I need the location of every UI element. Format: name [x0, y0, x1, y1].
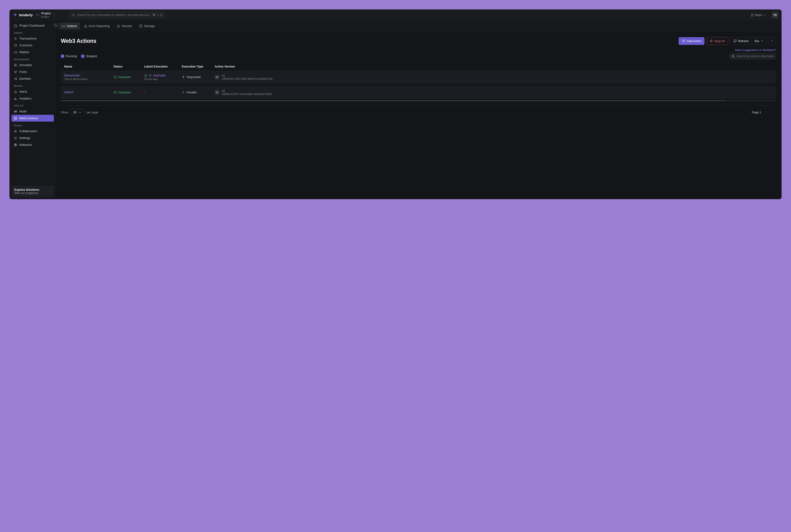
- svg-point-29: [114, 76, 117, 79]
- check-circle-icon: [114, 76, 117, 79]
- table-row[interactable]: DemoAction This is demo action Deployed …: [61, 71, 776, 84]
- status-badge: Deployed: [114, 76, 142, 79]
- stop-all-button[interactable]: Stop All: [706, 37, 728, 45]
- checkbox-checked-icon: [61, 55, 64, 58]
- sidebar-item-forks[interactable]: Forks: [12, 69, 54, 75]
- chevron-down-icon: [763, 14, 766, 17]
- show-label: Show: [61, 111, 68, 114]
- gear-icon: [14, 136, 17, 140]
- sidebar-item-alerts[interactable]: Alerts: [12, 88, 54, 95]
- tab-secrets[interactable]: Secrets: [114, 23, 135, 30]
- sidebar-item-transactions[interactable]: Transactions: [12, 35, 54, 42]
- brand-logo[interactable]: tenderly: [13, 13, 33, 17]
- svg-point-3: [14, 64, 17, 66]
- sidebar-item-wallets[interactable]: Wallets: [12, 49, 54, 56]
- refresh-icon: [733, 39, 737, 42]
- execution-type: Parallel: [182, 91, 212, 94]
- filter-stopped-checkbox[interactable]: Stopped: [81, 55, 97, 58]
- version-link[interactable]: #1: [222, 74, 272, 77]
- logo-icon: [13, 13, 18, 17]
- svg-point-33: [217, 92, 217, 93]
- tab-actions[interactable]: Actions: [59, 23, 80, 30]
- svg-point-17: [16, 131, 17, 131]
- project-picker[interactable]: Project project: [36, 12, 56, 18]
- col-name: Name: [64, 65, 111, 68]
- refresh-interval-dropdown[interactable]: 30s: [752, 37, 766, 45]
- global-search[interactable]: ⌘ + k: [69, 12, 166, 18]
- page-number: Page 1: [752, 111, 761, 114]
- actions-table: Name Status Latest Execution Execution T…: [61, 62, 776, 101]
- chevron-down-icon: [760, 39, 764, 42]
- sidebar-promo[interactable]: Explore Solutions With our Engineers: [12, 186, 54, 197]
- stop-icon: [710, 39, 713, 42]
- database-icon: [139, 24, 142, 28]
- project-sub: project: [41, 15, 51, 18]
- sidebar-item-simulator[interactable]: Simulator: [12, 62, 54, 69]
- col-execution-type: Execution Type: [182, 65, 212, 68]
- execution-type: Sequential: [182, 76, 212, 79]
- swap-icon: [14, 37, 17, 40]
- status-badge: Deployed: [114, 91, 142, 94]
- svg-rect-24: [711, 40, 712, 41]
- feedback-link[interactable]: Have suggestions or feedback?: [735, 49, 776, 52]
- search-input[interactable]: [77, 14, 150, 17]
- action-name-link[interactable]: action1: [64, 91, 111, 94]
- search-shortcut: ⌘ + k: [152, 13, 163, 17]
- prev-page-button[interactable]: [764, 110, 769, 115]
- subnav: Actions Error Reporting Secrets Storage: [56, 20, 782, 32]
- lock-icon: [117, 24, 120, 28]
- svg-point-25: [771, 41, 772, 41]
- version-link[interactable]: #1: [222, 89, 272, 93]
- svg-point-0: [72, 14, 74, 16]
- server-icon: [14, 110, 17, 113]
- project-name: Project: [41, 12, 51, 15]
- svg-point-16: [15, 130, 16, 131]
- sidebar-item-web3-actions[interactable]: Web3 Actions: [12, 115, 54, 121]
- gear-icon: [215, 75, 219, 79]
- execution-time: 16 min ago: [144, 78, 179, 80]
- table-search-input[interactable]: [736, 55, 774, 58]
- document-icon: [14, 44, 17, 47]
- filter-running-checkbox[interactable]: Running: [61, 55, 77, 58]
- table-search[interactable]: [729, 53, 776, 59]
- next-page-button[interactable]: [771, 110, 776, 115]
- svg-point-26: [772, 41, 772, 41]
- bell-icon: [14, 90, 17, 93]
- sidebar-section-inspect: Inspect: [12, 29, 54, 35]
- tab-error-reporting[interactable]: Error Reporting: [81, 23, 113, 30]
- svg-point-23: [710, 40, 713, 42]
- page-size-select[interactable]: 20: [71, 109, 84, 116]
- action-name-link[interactable]: DemoAction: [64, 74, 111, 77]
- add-action-button[interactable]: Add Action: [679, 37, 705, 45]
- table-row[interactable]: action1 Deployed - Parallel #1 2b: [61, 86, 776, 99]
- chart-icon: [14, 97, 17, 100]
- docs-link[interactable]: Docs: [750, 13, 766, 17]
- refresh-button[interactable]: Refresh: [730, 37, 752, 45]
- action-description: This is demo action: [64, 78, 111, 80]
- sidebar-item-contracts[interactable]: Contracts: [12, 42, 54, 49]
- per-page-label: per page: [86, 111, 98, 114]
- check-circle-icon: [114, 91, 117, 94]
- latest-execution-link[interactable]: Automatic: [144, 74, 179, 77]
- sidebar-item-networks[interactable]: Networks: [12, 141, 54, 148]
- project-dropdown[interactable]: [53, 13, 56, 17]
- users-icon: [14, 130, 17, 133]
- user-avatar[interactable]: TD: [772, 12, 778, 18]
- folder-icon: [36, 13, 39, 17]
- sidebar-item-settings[interactable]: Settings: [12, 135, 54, 141]
- sidebar-item-dashboard[interactable]: Project Dashboard: [12, 22, 54, 29]
- svg-point-30: [144, 74, 147, 77]
- sidebar-collapse-button[interactable]: [53, 23, 58, 28]
- dots-icon: [771, 39, 774, 42]
- more-button[interactable]: [768, 37, 776, 45]
- horizontal-scrollbar[interactable]: [61, 100, 776, 101]
- play-icon: [14, 63, 17, 67]
- sidebar-section-infra: Infra 3.0: [12, 102, 54, 108]
- sidebar-section-development: Development: [12, 56, 54, 62]
- sidebar-item-analytics[interactable]: Analytics: [12, 95, 54, 102]
- tab-storage[interactable]: Storage: [136, 23, 158, 30]
- sidebar-item-devnets[interactable]: DevNets: [12, 75, 54, 82]
- col-active-version: Active Version: [215, 65, 773, 68]
- sidebar-item-collaborators[interactable]: Collaborators: [12, 128, 54, 135]
- sidebar-item-node[interactable]: Node: [12, 108, 54, 115]
